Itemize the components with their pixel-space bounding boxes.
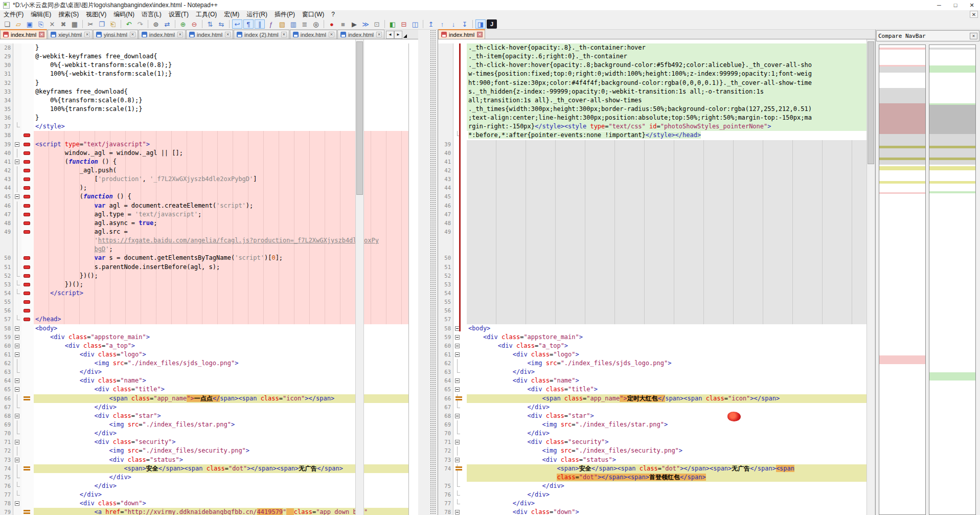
fold-margin[interactable] — [13, 403, 21, 412]
fold-margin[interactable] — [13, 350, 21, 359]
folder-workspace-icon[interactable]: ▧ — [277, 19, 287, 29]
fold-marker-margin[interactable] — [453, 394, 467, 403]
fold-marker-margin[interactable] — [453, 412, 467, 420]
fold-marker-margin[interactable] — [453, 508, 467, 515]
close-icon[interactable]: ✕ — [47, 19, 57, 29]
macro-play-icon[interactable]: ▶ — [349, 19, 359, 29]
left-vertical-scrollbar[interactable] — [355, 39, 364, 515]
fold-marker-margin[interactable] — [453, 342, 467, 350]
paste-icon[interactable]: ⎗ — [108, 19, 118, 29]
print-icon[interactable]: ▦ — [70, 19, 80, 29]
menu-item-设置t[interactable]: 设置(T) — [165, 10, 192, 18]
indent-guides-icon[interactable]: ∥ — [255, 19, 265, 29]
menu-item-工具o[interactable]: 工具(O) — [192, 10, 220, 18]
tab-index(2).html[interactable]: index (2).html✕ — [234, 30, 289, 39]
tab-index.html[interactable]: index.html✕ — [290, 30, 337, 39]
fold-margin[interactable] — [13, 87, 21, 96]
tab-index.html[interactable]: index.html✕ — [139, 30, 186, 39]
fold-margin[interactable] — [13, 79, 21, 87]
first-diff-icon[interactable]: ↥ — [426, 19, 436, 29]
last-diff-icon[interactable]: ↧ — [460, 19, 470, 29]
word-wrap-icon[interactable]: ↩ — [232, 19, 242, 29]
fold-margin[interactable] — [13, 473, 21, 482]
tab-index.html[interactable]: index.html✕ — [438, 29, 485, 39]
fold-margin[interactable] — [13, 210, 21, 219]
prev-diff-icon[interactable]: ↑ — [437, 19, 447, 29]
fold-marker-margin[interactable] — [453, 403, 467, 412]
fold-marker-margin[interactable] — [453, 499, 467, 508]
fold-marker-margin[interactable] — [453, 368, 467, 376]
fold-margin[interactable] — [13, 158, 21, 166]
fold-marker-margin[interactable] — [453, 420, 467, 429]
tab-index.html[interactable]: index.html✕ — [186, 30, 233, 39]
tab-close-icon[interactable]: ✕ — [225, 32, 231, 37]
fold-margin[interactable] — [13, 324, 21, 333]
navbar-left-minimap[interactable] — [879, 44, 926, 515]
fold-marker-margin[interactable] — [453, 385, 467, 394]
fold-marker-margin[interactable] — [453, 376, 467, 385]
macro-stop-icon[interactable]: ■ — [338, 19, 348, 29]
tab-close-icon[interactable]: ✕ — [329, 32, 334, 37]
replace-icon[interactable]: ⇄ — [162, 19, 172, 29]
fold-marker-margin[interactable] — [453, 456, 467, 464]
menu-item-窗口w[interactable]: 窗口(W) — [299, 10, 328, 18]
fold-margin[interactable] — [13, 228, 21, 236]
menu-item-插件p[interactable]: 插件(P) — [271, 10, 299, 18]
left-scrollbar-thumb[interactable] — [356, 41, 363, 195]
right-editor[interactable]: ._th-click-hover{opacity:.8}._th-contain… — [438, 39, 875, 515]
next-diff-icon[interactable]: ↓ — [448, 19, 459, 29]
right-vertical-scrollbar[interactable] — [867, 39, 875, 515]
show-all-chars-icon[interactable]: ¶ — [243, 19, 254, 29]
fold-margin[interactable] — [13, 298, 21, 306]
menu-close-icon[interactable]: ✕ — [970, 11, 978, 18]
compare-clear-icon[interactable]: ⊟ — [399, 19, 409, 29]
fold-margin[interactable] — [13, 140, 21, 149]
fold-margin[interactable] — [13, 446, 21, 455]
fold-marker-margin[interactable] — [453, 438, 467, 446]
menu-item-文件f[interactable]: 文件(F) — [0, 10, 27, 18]
fold-margin[interactable] — [13, 219, 21, 228]
open-file-icon[interactable]: ▱ — [13, 19, 24, 29]
left-editor[interactable]: 28}29@-webkit-keyframes free_download{30… — [0, 39, 418, 515]
nav-bar-toggle-icon[interactable]: ◨ — [475, 19, 486, 29]
menu-item-编辑e[interactable]: 编辑(E) — [27, 10, 55, 18]
fold-margin[interactable] — [13, 184, 21, 192]
minimize-button[interactable]: ─ — [931, 0, 947, 10]
fold-margin[interactable] — [13, 272, 21, 280]
menu-item-编码n[interactable]: 编码(N) — [110, 10, 138, 18]
plugin-j-icon[interactable]: J — [487, 19, 497, 29]
fold-margin[interactable] — [13, 342, 21, 350]
fold-margin[interactable] — [13, 315, 21, 324]
menu-item-搜索s[interactable]: 搜索(S) — [55, 10, 82, 18]
fold-margin[interactable] — [13, 438, 21, 446]
save-all-icon[interactable]: ⎘ — [36, 19, 46, 29]
fold-margin[interactable] — [13, 263, 21, 272]
close-all-icon[interactable]: ✖ — [58, 19, 69, 29]
fold-marker-margin[interactable] — [453, 359, 467, 368]
fold-margin[interactable] — [13, 376, 21, 385]
tab-close-icon[interactable]: ✕ — [177, 32, 183, 37]
sync-scroll-v-icon[interactable]: ⇅ — [205, 19, 215, 29]
fold-margin[interactable] — [13, 149, 21, 158]
tab-xieyi.html[interactable]: xieyi.html✕ — [48, 30, 93, 39]
cut-icon[interactable]: ✂ — [85, 19, 96, 29]
fold-margin[interactable] — [13, 70, 21, 78]
tab-close-icon[interactable]: ✕ — [84, 32, 90, 37]
navbar-right-minimap[interactable] — [929, 44, 976, 515]
fold-margin[interactable] — [13, 122, 21, 131]
fold-margin[interactable] — [13, 490, 21, 499]
fold-margin[interactable] — [13, 508, 21, 515]
fold-margin[interactable] — [13, 192, 21, 201]
fold-margin[interactable] — [13, 394, 21, 403]
menu-item-语言l[interactable]: 语言(L) — [138, 10, 165, 18]
save-icon[interactable]: ▣ — [25, 19, 35, 29]
fold-marker-margin[interactable] — [453, 429, 467, 438]
fold-marker-margin[interactable] — [453, 333, 467, 342]
tab-scroll-right-icon[interactable]: ► — [394, 31, 402, 39]
tab-close-icon[interactable]: ✕ — [376, 32, 382, 37]
fold-margin[interactable] — [13, 52, 21, 61]
document-list-icon[interactable]: ≣ — [300, 19, 310, 29]
compare-navbar-close-icon[interactable]: × — [970, 33, 977, 39]
right-scrollbar-thumb[interactable] — [868, 41, 874, 164]
find-icon[interactable]: ⊚ — [151, 19, 161, 29]
